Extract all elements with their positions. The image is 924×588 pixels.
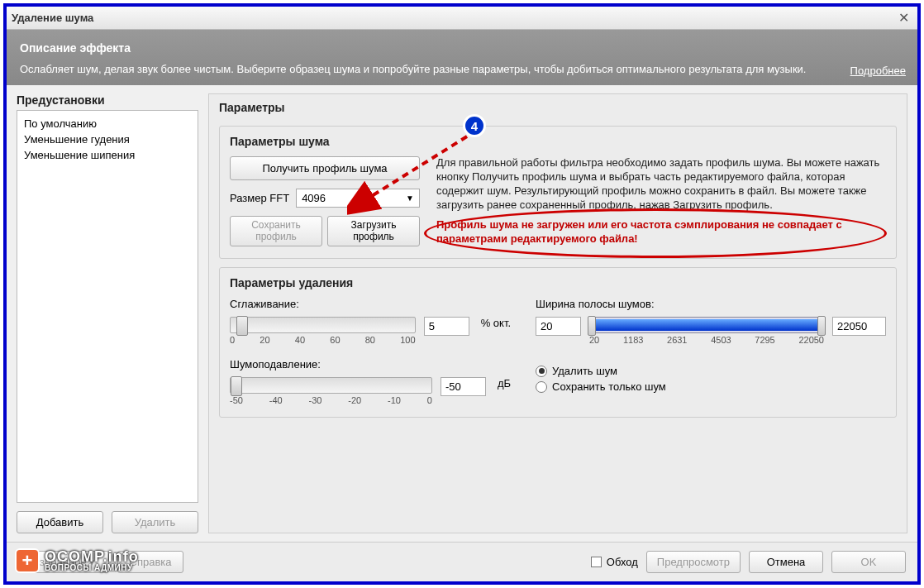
band-low-input[interactable] (536, 317, 581, 336)
cancel-button[interactable]: Отмена (749, 551, 823, 573)
dialog-footer: Избранное ▾ Справка Обход Предпросмотр О… (7, 542, 917, 581)
band-ticks: 20 1183 2631 4503 7295 22050 (589, 335, 824, 345)
watermark-bottom: ВОПРОСЫ АДМИНУ (45, 564, 139, 572)
add-preset-button[interactable]: Добавить (17, 511, 103, 533)
noise-removal-dialog: Удаление шума ✕ Описание эффекта Ослабля… (3, 3, 921, 585)
smoothing-input[interactable] (424, 317, 469, 336)
band-range-slider[interactable] (589, 317, 824, 333)
slider-thumb[interactable] (236, 316, 248, 336)
smoothing-label: Сглаживание: (230, 298, 511, 310)
checkbox-icon (591, 557, 602, 567)
noise-help-text: Для правильной работы фильтра необходимо… (436, 156, 886, 213)
get-profile-button[interactable]: Получить профиль шума (230, 156, 420, 180)
load-profile-button[interactable]: Загрузить профиль (327, 216, 420, 246)
radio-icon (536, 381, 547, 393)
parameters-title: Параметры (219, 101, 897, 114)
description-text: Ослабляет шум, делая звук более чистым. … (20, 63, 904, 77)
more-link[interactable]: Подробнее (850, 65, 906, 77)
range-thumb-low[interactable] (588, 316, 596, 336)
reduction-slider[interactable] (230, 377, 432, 394)
preview-button[interactable]: Предпросмотр (646, 551, 741, 573)
chevron-down-icon: ▼ (406, 194, 414, 203)
smoothing-unit: % окт. (481, 317, 511, 329)
ok-button[interactable]: OK (831, 551, 906, 573)
band-high-input[interactable] (832, 317, 886, 336)
presets-list[interactable]: По умолчанию Уменьшение гудения Уменьшен… (17, 110, 198, 503)
reduction-unit: дБ (498, 377, 511, 390)
remove-preset-button[interactable]: Удалить (112, 511, 198, 533)
range-thumb-high[interactable] (817, 316, 826, 336)
preset-item[interactable]: Уменьшение гудения (24, 131, 191, 147)
removal-params-group: Параметры удаления Сглаживание: 0 (219, 267, 897, 418)
bypass-checkbox[interactable]: Обход (591, 556, 638, 568)
reduction-ticks: -50 -40 -30 -20 -10 0 (230, 395, 432, 405)
titlebar: Удаление шума ✕ (7, 7, 917, 30)
save-profile-button[interactable]: Сохранить профиль (230, 216, 322, 246)
presets-title: Предустановки (17, 93, 198, 107)
watermark: + OCOMP.info ВОПРОСЫ АДМИНУ (15, 548, 139, 573)
mode-keep-radio[interactable]: Сохранить только шум (536, 380, 886, 393)
smoothing-slider[interactable] (230, 317, 416, 333)
preset-item[interactable]: По умолчанию (24, 116, 191, 131)
noise-params-title: Параметры шума (230, 135, 886, 148)
dialog-title: Удаление шума (12, 12, 894, 24)
band-label: Ширина полосы шумов: (536, 298, 886, 310)
fft-value: 4096 (302, 192, 326, 204)
mode-remove-radio[interactable]: Удалить шум (536, 365, 886, 377)
slider-thumb[interactable] (231, 376, 242, 396)
radio-icon (536, 366, 547, 377)
profile-error-text: Профиль шума не загружен или его частота… (436, 218, 886, 246)
presets-panel: Предустановки По умолчанию Уменьшение гу… (17, 93, 198, 533)
annotation-badge: 4 (463, 114, 486, 137)
close-icon[interactable]: ✕ (894, 9, 912, 27)
reduction-input[interactable] (441, 377, 486, 396)
reduction-label: Шумоподавление: (230, 358, 511, 370)
parameters-panel: Параметры Параметры шума Получить профил… (208, 93, 907, 533)
description-panel: Описание эффекта Ослабляет шум, делая зв… (7, 30, 917, 85)
plus-icon: + (15, 548, 40, 573)
watermark-top: OCOMP.info (45, 549, 139, 564)
smoothing-ticks: 0 20 40 60 80 100 (230, 335, 416, 345)
removal-params-title: Параметры удаления (230, 276, 886, 289)
fft-label: Размер FFT (230, 192, 289, 204)
description-title: Описание эффекта (20, 41, 904, 55)
noise-params-group: Параметры шума Получить профиль шума Раз… (219, 126, 897, 259)
preset-item[interactable]: Уменьшение шипения (24, 147, 191, 163)
fft-dropdown[interactable]: 4096 ▼ (296, 189, 420, 208)
